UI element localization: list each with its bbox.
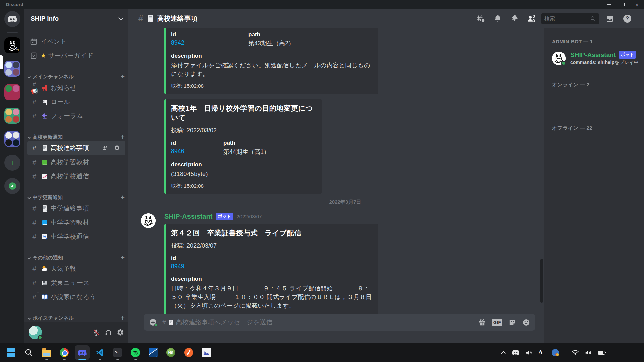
taskbar-file-explorer[interactable] bbox=[40, 345, 53, 361]
create-channel-icon[interactable] bbox=[121, 133, 125, 141]
member-list-toggle-icon[interactable] bbox=[527, 14, 536, 23]
tray-globe-icon[interactable] bbox=[552, 349, 559, 356]
tray-volume-icon-2[interactable] bbox=[585, 349, 592, 356]
threads-icon[interactable] bbox=[476, 14, 485, 23]
mic-muted-icon[interactable] bbox=[93, 329, 100, 336]
tray-discord-icon[interactable] bbox=[512, 350, 520, 355]
section-voice-channels[interactable]: ボイスチャンネル bbox=[27, 314, 125, 322]
sidebar-item-events[interactable]: イベント bbox=[27, 35, 125, 49]
taskbar-vscode[interactable] bbox=[93, 345, 107, 361]
discord-icon bbox=[77, 349, 87, 356]
add-server-button[interactable] bbox=[4, 155, 20, 171]
channel-forum[interactable]: フォーラム bbox=[27, 109, 125, 123]
taskbar-discord-active[interactable] bbox=[75, 345, 89, 361]
window-close-button[interactable]: × bbox=[630, 0, 644, 9]
search-input[interactable] bbox=[544, 16, 588, 22]
help-icon[interactable] bbox=[623, 15, 631, 23]
sidebar-item-server-guide[interactable]: サーバーガイド bbox=[27, 49, 125, 63]
create-channel-icon[interactable] bbox=[121, 314, 125, 322]
server-ship-info[interactable]: ship bbox=[4, 37, 20, 53]
channel-jhs-notices[interactable]: 中学連絡事項 bbox=[27, 201, 125, 216]
channel-jhs-newsletter[interactable]: 中学学校通信 bbox=[27, 230, 125, 244]
embed-field-value: 第44期生（高1） bbox=[223, 148, 316, 156]
search-box[interactable] bbox=[541, 13, 599, 24]
channel-news[interactable]: 栄東ニュース bbox=[27, 276, 125, 290]
create-channel-icon[interactable] bbox=[121, 254, 125, 262]
server-3[interactable] bbox=[4, 84, 20, 100]
hash-icon bbox=[30, 158, 39, 166]
battery-icon[interactable] bbox=[598, 351, 605, 355]
embed-field-name: path bbox=[223, 140, 316, 146]
discord-logo-icon bbox=[7, 15, 17, 23]
edit-channel-gear-icon[interactable] bbox=[114, 145, 120, 151]
taskbar-chrome[interactable] bbox=[57, 345, 71, 361]
settings-gear-icon[interactable] bbox=[117, 329, 124, 336]
message-author[interactable]: SHIP-Assistant bbox=[164, 213, 212, 220]
channel-jhs-materials[interactable]: 中学学習教材 bbox=[27, 216, 125, 230]
channel-weather[interactable]: 天気予報 bbox=[27, 262, 125, 276]
taskbar-affinity[interactable] bbox=[146, 345, 160, 361]
taskbar-chart-app[interactable] bbox=[200, 345, 213, 361]
ship-owl-icon: ship bbox=[5, 38, 19, 52]
taskbar-search-button[interactable] bbox=[22, 345, 36, 361]
sticker-icon[interactable] bbox=[508, 319, 516, 326]
ime-indicator[interactable]: A bbox=[538, 349, 543, 356]
create-channel-icon[interactable] bbox=[121, 73, 125, 81]
embed-posted-line: 投稿: 2022/03/07 bbox=[171, 242, 372, 250]
section-main-channels[interactable]: メインチャンネル bbox=[27, 73, 125, 81]
online-status-dot bbox=[38, 335, 43, 340]
channel-announcements[interactable]: 📢 お知らせ bbox=[27, 81, 125, 95]
server-header[interactable]: SHIP Info bbox=[24, 9, 128, 28]
bot-avatar[interactable] bbox=[141, 213, 156, 228]
embed-field-value-link[interactable]: 8949 bbox=[171, 263, 248, 270]
tray-expand-chevron-icon[interactable] bbox=[501, 351, 506, 356]
vscode-icon bbox=[96, 348, 104, 357]
message-input[interactable]: # 高校連絡事項へメッセージを送信 GIF bbox=[144, 314, 535, 331]
embed-field-value-link[interactable]: 8942 bbox=[171, 39, 248, 46]
explore-servers-button[interactable] bbox=[4, 178, 20, 194]
section-label: その他の通知 bbox=[33, 255, 63, 261]
server-2[interactable] bbox=[4, 61, 20, 77]
pinned-messages-icon[interactable] bbox=[511, 15, 518, 22]
channel-hs-notices[interactable]: 高校連絡事項 bbox=[27, 141, 125, 155]
taskbar-terminal[interactable]: >_ bbox=[111, 345, 124, 361]
channel-list[interactable]: イベント サーバーガイド メインチャンネル 📢 お知らせ ロール bbox=[24, 28, 128, 322]
avatar[interactable] bbox=[29, 326, 42, 339]
server-4[interactable] bbox=[4, 108, 20, 124]
user-panel bbox=[24, 322, 128, 343]
discord-home-button[interactable] bbox=[4, 11, 20, 27]
section-highschool-updates[interactable]: 高校更新通知 bbox=[27, 133, 125, 141]
wifi-icon[interactable] bbox=[572, 349, 579, 356]
tray-volume-icon[interactable] bbox=[525, 349, 533, 356]
taskbar-paint-app[interactable] bbox=[182, 345, 196, 361]
inbox-icon[interactable] bbox=[606, 15, 614, 23]
chat-area: id 8942 path 第43期生（高2） description 添付ファイ… bbox=[128, 28, 544, 343]
compass-icon bbox=[8, 182, 17, 190]
channel-hs-newsletter[interactable]: 高校学校通信 bbox=[27, 169, 125, 183]
member-row[interactable]: SHIP-Assistant ボット commands: sh!helpをプレイ… bbox=[552, 49, 641, 68]
notifications-bell-icon[interactable] bbox=[494, 15, 502, 23]
channel-label: フォーラム bbox=[51, 112, 83, 120]
create-invite-icon[interactable] bbox=[102, 145, 108, 151]
server-5[interactable] bbox=[4, 131, 20, 147]
create-channel-icon[interactable] bbox=[121, 194, 125, 201]
section-juniorhigh-updates[interactable]: 中学更新通知 bbox=[27, 193, 125, 201]
embed-field-value-link[interactable]: 8946 bbox=[171, 148, 223, 155]
headphones-icon[interactable] bbox=[105, 329, 112, 336]
gift-icon[interactable] bbox=[478, 319, 486, 326]
emoji-picker-icon[interactable] bbox=[522, 319, 530, 326]
start-button[interactable] bbox=[4, 345, 18, 361]
chat-scrollbar[interactable] bbox=[540, 259, 543, 303]
window-maximize-button[interactable] bbox=[616, 0, 630, 9]
section-other-notifications[interactable]: その他の通知 bbox=[27, 254, 125, 262]
window-minimize-button[interactable] bbox=[602, 0, 616, 9]
announcement-channel-icon: 📢 bbox=[30, 81, 39, 95]
gif-picker-button[interactable]: GIF bbox=[492, 319, 502, 326]
channel-label: 中学連絡事項 bbox=[51, 204, 89, 213]
calendar-icon bbox=[30, 38, 37, 45]
channel-novelist[interactable]: 小説家になろう bbox=[27, 290, 125, 304]
channel-roles[interactable]: ロール bbox=[27, 95, 125, 109]
taskbar-spotify[interactable] bbox=[128, 345, 142, 361]
channel-hs-materials[interactable]: 高校学習教材 bbox=[27, 155, 125, 169]
taskbar-hs-app[interactable]: HS bbox=[164, 345, 178, 361]
